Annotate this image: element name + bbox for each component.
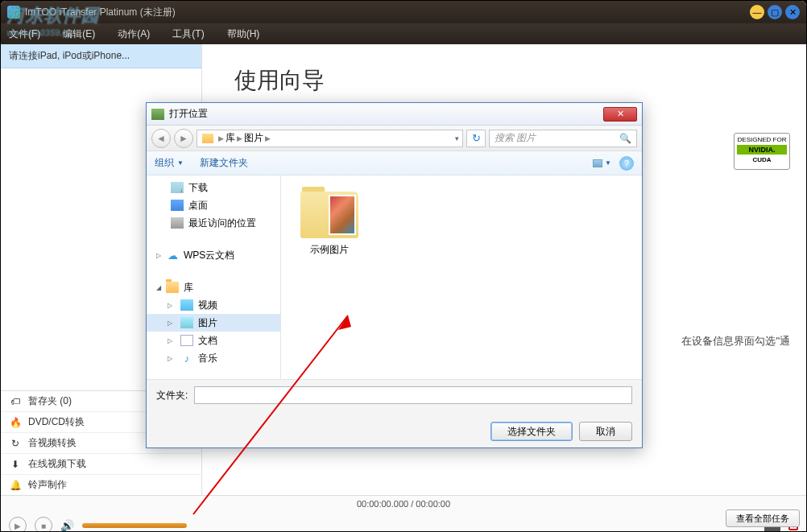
chevron-right-icon: ▶ — [265, 134, 271, 142]
expand-icon[interactable]: ▷ — [168, 337, 172, 344]
tree-item-video[interactable]: ▷视频 — [147, 296, 280, 314]
menu-file[interactable]: 文件(F) — [9, 27, 40, 41]
video-icon — [180, 299, 193, 311]
cloud-icon: ☁ — [166, 250, 179, 261]
music-icon: ♪ — [180, 353, 193, 364]
volume-icon[interactable]: 🔊 — [60, 519, 74, 531]
view-icon — [593, 159, 602, 167]
help-button[interactable]: ? — [619, 156, 634, 171]
download-icon: ⬇ — [9, 458, 22, 471]
tree-label: 最近访问的位置 — [188, 217, 256, 230]
foldername-label: 文件夹: — [156, 389, 188, 402]
tree-label: 桌面 — [188, 199, 208, 212]
tree-label: WPS云文档 — [184, 249, 234, 262]
dialog-close-button[interactable]: ✕ — [603, 107, 637, 122]
tree-label: 库 — [184, 281, 193, 295]
tree-item-wps[interactable]: ▷☁WPS云文档 — [147, 246, 280, 264]
search-icon: 🔍 — [619, 133, 631, 144]
search-input[interactable]: 搜索 图片 🔍 — [489, 130, 637, 147]
folder-icon — [300, 192, 358, 238]
nvidia-cuda-badge: DESIGNED FOR NVIDIA. CUDA — [734, 133, 790, 170]
hint-text: 在设备信息界面勾选"通 — [681, 334, 790, 348]
dialog-footer: 文件夹: 选择文件夹 取消 — [147, 379, 642, 447]
tree-item-music[interactable]: ▷♪音乐 — [147, 349, 280, 367]
desktop-icon — [171, 200, 184, 211]
folder-icon — [202, 134, 213, 143]
breadcrumb[interactable]: ▶ 库 ▶ 图片 ▶ ▾ — [197, 130, 463, 147]
dialog-toolbar: 组织 ▼ 新建文件夹 ▼ ? — [147, 151, 642, 175]
view-mode-button[interactable]: ▼ — [593, 159, 611, 167]
minimize-button[interactable]: — — [750, 5, 764, 19]
nvidia-logo: NVIDIA. — [737, 145, 787, 155]
chevron-down-icon[interactable]: ▾ — [455, 134, 459, 142]
play-button[interactable]: ▶ — [9, 517, 27, 531]
volume-slider[interactable] — [82, 523, 187, 528]
time-display: 00:00:00.000 / 00:00:00 — [9, 499, 798, 510]
sidebar-item-ringtone[interactable]: 🔔 铃声制作 — [1, 474, 201, 495]
open-location-dialog: 打开位置 ✕ ◄ ► ▶ 库 ▶ 图片 ▶ ▾ ↻ 搜索 图片 🔍 组织 ▼ 新… — [146, 102, 643, 448]
documents-icon — [180, 335, 193, 346]
tree-label: 文档 — [198, 334, 217, 348]
tree-label: 图片 — [198, 316, 217, 330]
tree-item-downloads[interactable]: 下载 — [147, 179, 280, 196]
titlebar: ImTOO iTransfer Platinum (未注册) — ▢ ✕ — [1, 1, 806, 23]
pictures-icon — [180, 317, 193, 328]
menu-help[interactable]: 帮助(H) — [227, 27, 260, 41]
refresh-button[interactable]: ↻ — [466, 130, 486, 147]
nav-forward-button[interactable]: ► — [174, 129, 193, 148]
organize-menu[interactable]: 组织 ▼ — [155, 156, 184, 170]
chevron-right-icon: ▶ — [237, 134, 242, 142]
new-folder-button[interactable]: 新建文件夹 — [200, 156, 248, 170]
tree-label: 音乐 — [198, 352, 217, 365]
window-title: ImTOO iTransfer Platinum (未注册) — [25, 6, 750, 19]
device-connect-note: 请连接iPad, iPod或iPhone... — [1, 44, 201, 68]
cancel-button[interactable]: 取消 — [579, 422, 632, 441]
folder-sample-pictures[interactable]: 示例图片 — [297, 192, 362, 257]
dialog-icon — [151, 109, 164, 120]
menu-tools[interactable]: 工具(T) — [172, 27, 204, 41]
sidebar-item-label: 音视频转换 — [28, 436, 77, 450]
stop-button[interactable]: ■ — [35, 517, 52, 531]
folder-tree: 下载 桌面 最近访问的位置 ▷☁WPS云文档 ◢库 ▷视频 ▷图片 ▷文档 ▷♪… — [147, 175, 281, 379]
library-icon — [166, 282, 179, 293]
select-folder-button[interactable]: 选择文件夹 — [490, 422, 573, 441]
tree-label: 下载 — [188, 181, 208, 195]
sidebar-item-label: DVD/CD转换 — [28, 415, 85, 429]
view-all-tasks-button[interactable]: 查看全部任务 — [726, 509, 800, 527]
sidebar-item-label: 暂存夹 (0) — [28, 394, 72, 408]
wizard-title: 使用向导 — [234, 65, 790, 96]
refresh-icon: ↻ — [9, 437, 22, 450]
dialog-navbar: ◄ ► ▶ 库 ▶ 图片 ▶ ▾ ↻ 搜索 图片 🔍 — [147, 126, 642, 151]
menu-edit[interactable]: 编辑(E) — [63, 27, 95, 41]
tree-item-pictures[interactable]: ▷图片 — [147, 314, 280, 332]
folder-label: 示例图片 — [297, 243, 362, 257]
expand-icon[interactable]: ▷ — [168, 355, 172, 362]
close-button[interactable]: ✕ — [785, 5, 800, 19]
tree-item-library[interactable]: ◢库 — [147, 278, 280, 296]
fire-icon: 🔥 — [9, 416, 22, 429]
tree-item-recent[interactable]: 最近访问的位置 — [147, 214, 280, 232]
chevron-right-icon: ▶ — [218, 134, 224, 142]
foldername-input[interactable] — [194, 386, 632, 404]
expand-icon[interactable]: ▷ — [168, 302, 172, 309]
tree-item-desktop[interactable]: 桌面 — [147, 196, 280, 214]
tree-item-documents[interactable]: ▷文档 — [147, 332, 280, 349]
folder-content-pane[interactable]: 示例图片 — [281, 175, 642, 379]
sidebar-item-label: 在线视频下载 — [28, 457, 86, 471]
search-placeholder: 搜索 图片 — [495, 131, 536, 145]
sidebar-item-download[interactable]: ⬇ 在线视频下载 — [1, 453, 201, 474]
bell-icon: 🔔 — [9, 479, 22, 492]
tag-icon: 🏷 — [9, 395, 22, 408]
breadcrumb-item[interactable]: 图片 — [244, 131, 263, 145]
maximize-button[interactable]: ▢ — [768, 5, 782, 19]
expand-icon[interactable]: ▷ — [156, 252, 161, 259]
tree-label: 视频 — [198, 299, 217, 312]
breadcrumb-item[interactable]: 库 — [226, 131, 235, 145]
nav-back-button[interactable]: ◄ — [151, 129, 171, 148]
expand-icon[interactable]: ▷ — [168, 320, 172, 327]
collapse-icon[interactable]: ◢ — [156, 284, 161, 291]
menu-action[interactable]: 动作(A) — [118, 27, 150, 41]
downloads-icon — [171, 182, 184, 193]
dialog-titlebar: 打开位置 ✕ — [147, 103, 642, 126]
recent-icon — [171, 217, 184, 229]
